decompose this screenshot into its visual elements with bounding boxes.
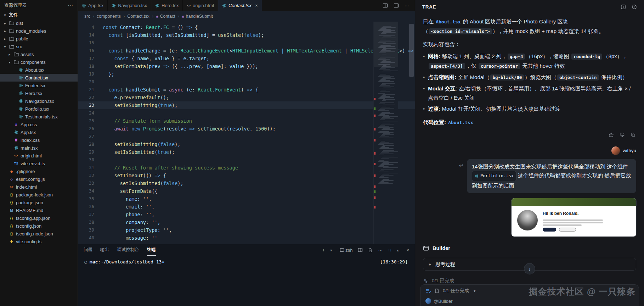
code-line[interactable]: 33 setIsSubmitted(false); [78,179,415,187]
file-tree-item[interactable]: {}tsconfig.node.json [0,230,78,238]
code-line[interactable]: 23 setIsSubmitting(true); [78,101,415,109]
file-tree-item[interactable]: ▸assets [0,50,78,58]
panel-tab[interactable]: 终端 [147,244,156,256]
code-line[interactable]: 27 [78,133,415,140]
file-chip[interactable]: Portfolio.tsx [472,171,516,181]
more-actions-icon[interactable]: ··· [378,247,383,253]
code-line[interactable]: 18 setFormData(prev => ({ ...prev, [name… [78,62,415,70]
code-line[interactable]: 21 const handleSubmit = async (e: React.… [78,86,415,94]
code-line[interactable]: 35 name: '', [78,195,415,203]
close-icon[interactable]: × [406,247,409,253]
editor-scrollbar[interactable] [409,24,414,77]
terminal[interactable]: ○mac:~/Downloads/testbed 13» [16:30:29] [78,256,415,306]
file-tree-item[interactable]: App.tsx [0,128,78,136]
more-actions-icon[interactable]: ··· [405,3,409,8]
code-line[interactable]: 36 email: '', [78,203,415,211]
file-tree-item[interactable]: {}package.json [0,199,78,206]
code-line[interactable]: 28 setIsSubmitting(false); [78,140,415,148]
code-line[interactable]: 16 const handleChange = (e: React.Change… [78,47,415,55]
thumbs-down-icon[interactable] [620,132,625,138]
breadcrumb-item[interactable]: ◈handleSubmit [182,14,213,19]
breadcrumb-item[interactable]: ◈Contact [156,14,175,19]
editor-tab[interactable]: Hero.tsx [151,0,183,11]
code-line[interactable]: 34 setFormData({ [78,187,415,195]
split-editor-icon[interactable] [383,3,388,8]
panel-tab[interactable]: 输出 [100,244,109,256]
chevron-up-icon[interactable]: ▴ [397,248,401,252]
close-icon[interactable]: × [255,3,258,8]
layout-icon[interactable] [394,3,399,8]
scroll-to-bottom-button[interactable]: ↓ [524,263,535,274]
file-tree-item[interactable]: Portfolio.tsx [0,105,78,113]
undo-icon[interactable]: ↩ [459,161,463,170]
file-tree-item[interactable]: Hero.tsx [0,89,78,97]
file-tree-item[interactable]: About.tsx [0,66,78,74]
chat-input-panel[interactable]: 0/1 任务完成 ▾ @Builder [420,284,639,306]
code-line[interactable]: 15 [78,39,415,47]
file-tree-item[interactable]: ▸node_modules [0,27,78,35]
file-tree-item[interactable]: ◆.gitignore [0,167,78,175]
code-line[interactable]: 17 const { name, value } = e.target; [78,55,415,62]
editor-tab[interactable]: Navigation.tsx [108,0,151,11]
code-line[interactable]: 38 company: '', [78,218,415,226]
code-line[interactable]: 32 setTimeout(() => { [78,172,415,179]
breadcrumb-item[interactable]: components [97,14,121,19]
code-line[interactable]: 14 const [isSubmitted, setIsSubmitted] =… [78,31,415,39]
code-line[interactable]: 4const Contact: React.FC = () => { [78,23,415,31]
file-link[interactable]: About.tsx [436,19,461,24]
file-tree-item[interactable]: {}tsconfig.app.json [0,214,78,222]
file-tree-item[interactable]: Navigation.tsx [0,97,78,105]
code-line[interactable]: 37 phone: '', [78,211,415,218]
code-line[interactable]: 39 projectType: '', [78,226,415,234]
image-attachment[interactable]: Hi! Ik ben Ronald. [512,198,636,237]
editor-tab[interactable]: App.tsx [78,0,108,11]
file-tree-item[interactable]: TSvite-env.d.ts [0,160,78,167]
code-line[interactable]: 30 [78,156,415,164]
file-link[interactable]: About.tsx [448,120,473,125]
copy-icon[interactable] [631,132,635,138]
new-terminal-icon[interactable]: + [322,247,325,253]
chat-messages[interactable]: 已在 About.tsx 的 About 区块后新增一个 Photo Galle… [415,13,644,306]
file-tree-item[interactable]: {}package-lock.json [0,191,78,199]
shell-badge[interactable]: zsh [340,247,352,253]
workspace-folder[interactable]: ▾ 文件 [0,11,78,19]
file-tree-item[interactable]: ▸public [0,35,78,43]
file-tree-item[interactable]: Footer.tsx [0,82,78,89]
new-chat-icon[interactable] [621,4,626,10]
code-line[interactable]: 19 }; [78,70,415,78]
panel-arrows-icon[interactable]: ↑↓ [388,248,391,252]
file-tree-item[interactable]: {}tsconfig.json [0,222,78,230]
file-tree-item[interactable]: vite.config.ts [0,238,78,245]
code-line[interactable]: 26 await new Promise(resolve => setTimeo… [78,125,415,133]
editor-tab[interactable]: Contact.tsx× [218,0,262,11]
file-tree-item[interactable]: Contact.tsx [0,74,78,82]
thumbs-up-icon[interactable] [609,132,614,138]
breadcrumb-item[interactable]: Contact.tsx [127,14,149,19]
code-line[interactable]: 25 // Simulate form submission [78,117,415,125]
history-icon[interactable] [632,4,637,10]
panel-tab[interactable]: 调试控制台 [117,244,139,256]
more-actions-icon[interactable]: ··· [68,3,74,8]
file-tree-item[interactable]: MREADME.md [0,206,78,214]
chevron-down-icon[interactable]: ▾ [330,248,334,252]
breadcrumb-item[interactable]: src [84,14,90,19]
file-tree-item[interactable]: Testimonials.tsx [0,113,78,121]
breadcrumb[interactable]: src›components›Contact.tsx›◈Contact›◈han… [78,11,415,22]
context-row[interactable]: @Builder [425,298,634,304]
editor-tab[interactable]: <>origin.html [183,0,218,11]
code-editor[interactable]: 4const Contact: React.FC = () => {14 con… [78,22,415,244]
task-status-bar[interactable]: 0/1 任务完成 ▾ [425,288,634,294]
file-tree-item[interactable]: ◇eslint.config.js [0,175,78,183]
minimap-slider[interactable] [374,22,398,67]
file-tree-item[interactable]: ▸dist [0,19,78,27]
file-tree-item[interactable]: main.tsx [0,144,78,152]
split-terminal-icon[interactable] [358,247,363,252]
minimap[interactable] [373,22,398,244]
file-tree-item[interactable]: #App.css [0,121,78,128]
code-line[interactable]: 20 [78,78,415,86]
code-line[interactable]: 24 [78,109,415,117]
panel-tab[interactable]: 问题 [84,244,92,256]
file-tree-item[interactable]: ▾src [0,43,78,50]
file-tree-item[interactable]: #index.css [0,136,78,144]
file-tree-item[interactable]: ▾components [0,58,78,66]
